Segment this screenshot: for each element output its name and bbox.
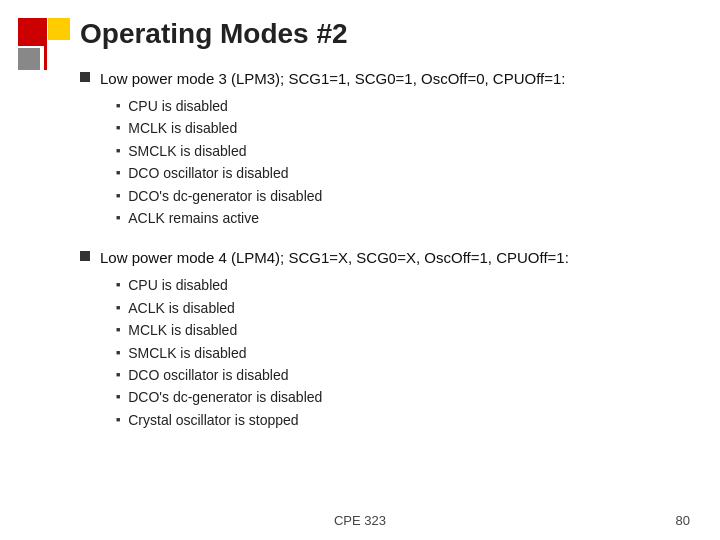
bullet-lpm4 xyxy=(80,251,90,261)
footer: CPE 323 xyxy=(0,513,720,528)
logo-mark xyxy=(18,18,70,70)
list-item: CPU is disabled xyxy=(116,274,700,296)
list-item: CPU is disabled xyxy=(116,95,700,117)
list-item: SMCLK is disabled xyxy=(116,140,700,162)
list-item: ACLK is disabled xyxy=(116,297,700,319)
page-title: Operating Modes #2 xyxy=(80,18,700,50)
section-lpm3-title: Low power mode 3 (LPM3); SCG1=1, SCG0=1,… xyxy=(100,68,566,89)
logo-gray-square xyxy=(18,48,40,70)
logo-yellow-square xyxy=(48,18,70,40)
logo-red-square xyxy=(18,18,46,46)
list-item: DCO oscillator is disabled xyxy=(116,162,700,184)
section-lpm3: Low power mode 3 (LPM3); SCG1=1, SCG0=1,… xyxy=(80,68,700,229)
list-item: ACLK remains active xyxy=(116,207,700,229)
section-lpm4-title: Low power mode 4 (LPM4); SCG1=X, SCG0=X,… xyxy=(100,247,569,268)
footer-label: CPE 323 xyxy=(334,513,386,528)
logo-line xyxy=(44,18,47,70)
lpm4-list: CPU is disabled ACLK is disabled MCLK is… xyxy=(116,274,700,431)
list-item: MCLK is disabled xyxy=(116,117,700,139)
section-lpm4: Low power mode 4 (LPM4); SCG1=X, SCG0=X,… xyxy=(80,247,700,431)
list-item: MCLK is disabled xyxy=(116,319,700,341)
list-item: Crystal oscillator is stopped xyxy=(116,409,700,431)
list-item: DCO's dc-generator is disabled xyxy=(116,386,700,408)
page-content: Operating Modes #2 Low power mode 3 (LPM… xyxy=(80,18,700,500)
list-item: SMCLK is disabled xyxy=(116,342,700,364)
bullet-lpm3 xyxy=(80,72,90,82)
list-item: DCO oscillator is disabled xyxy=(116,364,700,386)
lpm3-list: CPU is disabled MCLK is disabled SMCLK i… xyxy=(116,95,700,229)
list-item: DCO's dc-generator is disabled xyxy=(116,185,700,207)
footer-page: 80 xyxy=(676,513,690,528)
section-lpm3-header: Low power mode 3 (LPM3); SCG1=1, SCG0=1,… xyxy=(80,68,700,89)
section-lpm4-header: Low power mode 4 (LPM4); SCG1=X, SCG0=X,… xyxy=(80,247,700,268)
